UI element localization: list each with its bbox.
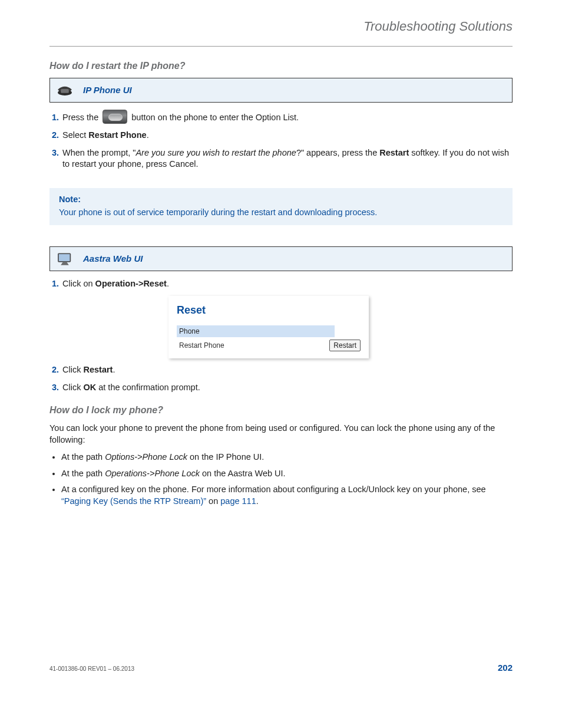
reset-title: Reset — [177, 303, 361, 317]
step-2-bold: Restart Phone — [88, 130, 146, 140]
lock-bullets: At the path Options->Phone Lock on the I… — [49, 452, 513, 507]
question-heading-lock: How do I lock my phone? — [49, 404, 513, 417]
ip-phone-steps: Press the button on the phone to enter t… — [49, 110, 513, 170]
page-header-title: Troubleshooting Solutions — [49, 18, 513, 35]
note-text: Your phone is out of service temporarily… — [59, 207, 503, 219]
reset-restart-label: Restart Phone — [177, 341, 224, 350]
step-2-post: . — [147, 130, 149, 140]
lock-b1-a: At the path — [61, 452, 105, 462]
step-3-d: Restart — [379, 148, 409, 157]
web-step-1: Click on Operation->Reset. Reset Phone R… — [61, 278, 513, 358]
aastra-web-ui-label: Aastra Web UI — [83, 253, 143, 265]
web-step-3-post: at the confirmation prompt. — [96, 383, 200, 392]
web-ui-steps: Click on Operation->Reset. Reset Phone R… — [49, 278, 513, 393]
step-3-c: ?" appears, press the — [296, 148, 379, 157]
reset-restart-row: Restart Phone Restart — [177, 340, 361, 351]
phone-handset-icon — [55, 83, 75, 98]
question-heading-restart: How do I restart the IP phone? — [49, 60, 513, 73]
lock-intro: You can lock your phone to prevent the p… — [49, 423, 513, 446]
reset-phone-row: Phone — [177, 325, 335, 337]
monitor-icon — [55, 251, 75, 266]
step-1-post: button on the phone to enter the Option … — [129, 113, 299, 122]
lock-b1-c: on the IP Phone UI. — [187, 452, 264, 462]
step-3: When the prompt, "Are you sure you wish … — [61, 147, 513, 170]
web-step-3-bold: OK — [83, 383, 96, 392]
step-3-a: When the prompt, " — [62, 148, 135, 157]
note-label: Note: — [59, 194, 503, 206]
header-rule — [49, 46, 513, 47]
web-step-1-bold: Operation->Reset — [95, 279, 167, 288]
lock-bullet-1: At the path Options->Phone Lock on the I… — [61, 452, 513, 463]
step-2-pre: Select — [62, 130, 88, 140]
svg-rect-1 — [61, 89, 69, 93]
aastra-web-ui-bar: Aastra Web UI — [49, 246, 513, 271]
lock-b2-a: At the path — [61, 469, 105, 478]
lock-b3-link2[interactable]: page 111 — [220, 496, 256, 506]
web-step-2: Click Restart. — [61, 364, 513, 376]
web-step-2-pre: Click — [62, 365, 83, 374]
lock-b3-b: on — [206, 496, 220, 506]
lock-bullet-3: At a configured key on the phone. For mo… — [61, 484, 513, 507]
reset-screenshot: Reset Phone Restart Phone Restart — [168, 296, 369, 359]
lock-b2-c: on the Aastra Web UI. — [200, 469, 286, 478]
step-1-pre: Press the — [62, 113, 101, 122]
web-step-2-post: . — [113, 365, 115, 374]
lock-b3-link1[interactable]: “Paging Key (Sends the RTP Stream)” — [61, 496, 206, 506]
note-box: Note: Your phone is out of service tempo… — [49, 188, 513, 225]
web-step-3-pre: Click — [62, 383, 83, 392]
web-step-2-bold: Restart — [83, 365, 113, 374]
step-3-b: Are you sure you wish to restart the pho… — [135, 148, 296, 157]
ip-phone-ui-bar: IP Phone UI — [49, 78, 513, 103]
lock-bullet-2: At the path Operations->Phone Lock on th… — [61, 468, 513, 480]
web-step-3: Click OK at the confirmation prompt. — [61, 382, 513, 394]
footer-page-number: 202 — [498, 662, 513, 674]
page-footer: 41-001386-00 REV01 – 06.2013 202 — [49, 662, 513, 674]
footer-rev: 41-001386-00 REV01 – 06.2013 — [49, 665, 134, 673]
lock-b3-a: At a configured key on the phone. For mo… — [61, 485, 486, 494]
web-step-1-post: . — [167, 279, 169, 288]
step-1: Press the button on the phone to enter t… — [61, 110, 513, 124]
lock-b2-b: Operations->Phone Lock — [105, 469, 200, 478]
step-2: Select Restart Phone. — [61, 130, 513, 141]
lock-b1-b: Options->Phone Lock — [105, 452, 187, 462]
options-hardkey-icon — [103, 110, 127, 124]
lock-b3-c: . — [256, 496, 259, 506]
web-step-1-pre: Click on — [62, 279, 95, 288]
restart-button[interactable]: Restart — [329, 340, 361, 351]
svg-rect-3 — [59, 254, 70, 261]
ip-phone-ui-label: IP Phone UI — [83, 84, 132, 96]
